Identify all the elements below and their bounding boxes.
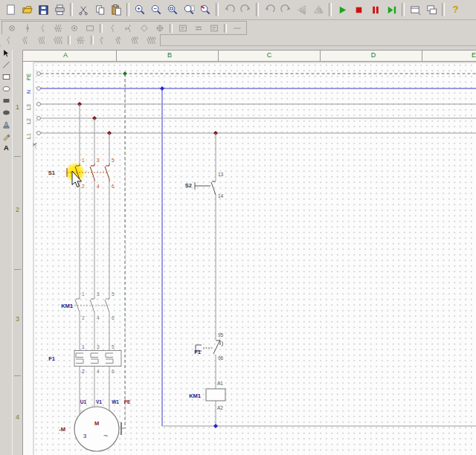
step-test-icon[interactable] [383,1,399,18]
toolbar-separator [126,3,129,16]
bus-label-pe: PE [26,73,31,80]
zoom-in-icon[interactable] [132,1,148,18]
f1-nc-label: F1 [194,349,201,355]
contact-3pole-linked-icon[interactable] [73,35,89,46]
breaker-4pole-icon[interactable] [143,35,158,46]
rectangle-tool-icon[interactable] [1,71,12,83]
bus-l3[interactable]: L3 [26,102,476,110]
filled-rectangle-tool-icon[interactable] [1,94,12,106]
motor-m[interactable]: M 3 ~ -M U1 V1 W1 PE [59,399,131,451]
row-label-3: 3 [13,315,22,323]
symbol-reference-icon[interactable] [152,22,167,33]
zoom-out-icon[interactable] [148,1,164,18]
s1-pin1: 1 [82,158,85,163]
symbol-terminal-numbers-icon[interactable] [175,22,190,33]
pushbutton-s2[interactable]: S2 13 14 [185,172,224,199]
symbol-actuator-icon[interactable] [120,22,136,33]
bus-label-n: N [26,90,31,94]
text-tool-icon[interactable]: A [1,142,12,154]
bus-label-x: -X [32,143,37,148]
contact-1pole-icon[interactable] [3,35,19,46]
km1-coil-label: KM1 [189,393,201,399]
copy-icon[interactable] [91,1,108,18]
motor-wave: ~ [103,431,108,440]
rotate-left-icon[interactable] [261,1,277,18]
stop-test-icon[interactable] [350,1,367,18]
zoom-page-icon[interactable] [181,1,197,18]
f1-pin6: 6 [112,369,115,374]
zoom-previous-icon[interactable] [197,1,213,18]
toolbar-separator [91,36,94,45]
run-test-icon[interactable] [334,1,350,18]
row-label-1: 1 [13,103,22,111]
f1-pin5: 5 [112,344,115,349]
column-label-b: B [167,51,172,59]
symbol-3pole-switch-icon[interactable] [51,22,66,33]
s2-label: S2 [185,182,192,189]
bus-l2[interactable]: L2 [26,116,476,124]
symbol-page-ref-icon[interactable] [206,22,222,33]
s1-pin2: 2 [82,184,85,189]
overload-f1[interactable]: F1 1 3 5 2 4 6 [48,344,121,374]
km1-pin3: 3 [97,291,100,297]
symbol-box-icon[interactable] [82,22,97,33]
symbol-terminal-icon[interactable] [19,22,35,33]
mirror-horizontal-icon[interactable] [310,1,327,18]
ellipse-tool-icon[interactable] [1,83,12,94]
km1-pin6: 6 [112,315,115,320]
terminal-w1: W1 [112,399,119,404]
line-tool-icon[interactable] [1,59,12,71]
contactor-km1-contacts[interactable]: KM1 1 3 5 2 4 6 [61,291,115,320]
cut-icon[interactable] [75,1,91,18]
paste-icon[interactable] [108,1,124,18]
zoom-window-icon[interactable] [164,1,181,18]
junction-bottom [213,424,218,428]
motor-phase: 3 [83,433,87,439]
motor-label: -M [59,426,65,433]
bus-l1[interactable]: L1 -X [26,131,476,148]
symbol-diamond-icon[interactable] [136,22,152,33]
breaker-2pole-icon[interactable] [112,35,127,46]
breaker-3pole-icon[interactable] [127,35,143,46]
symbol-contact-icon[interactable] [35,22,51,33]
toolbar-separator [70,3,73,16]
schematic-editor-window: ? A A B C D E 1 2 3 4 [0,0,476,455]
column-label-d: D [371,51,376,59]
new-window-icon[interactable] [407,1,423,18]
km1-pin5: 5 [112,291,115,297]
help-icon[interactable]: ? [447,1,463,18]
undo-icon[interactable] [221,1,237,18]
symbol-line-icon[interactable] [229,22,245,33]
open-file-icon[interactable] [19,1,35,18]
new-file-icon[interactable] [2,1,19,18]
pen-tool-icon[interactable] [1,130,12,142]
rotate-right-icon[interactable] [277,1,294,18]
overload-contact-f1[interactable]: F1 95 96 [194,332,223,361]
select-tool-icon[interactable] [1,47,12,59]
coil-km1[interactable]: KM1 A1 A2 [189,381,225,410]
stamp-tool-icon[interactable] [1,118,12,130]
filled-ellipse-tool-icon[interactable] [1,106,12,118]
s1-label: S1 [48,170,55,176]
symbol-ring-icon[interactable] [66,22,82,33]
symbol-lamp-icon[interactable] [4,22,19,33]
toolbar-separator [224,24,227,33]
contact-3pole-icon[interactable] [34,35,50,46]
contact-4pole-icon[interactable] [50,35,65,46]
s1-pin4: 4 [97,184,100,189]
f1-overload-label: F1 [48,355,55,362]
terminal-pe: PE [124,399,131,404]
pause-test-icon[interactable] [367,1,383,18]
redo-icon[interactable] [237,1,254,18]
contact-2pole-icon[interactable] [19,35,34,46]
mirror-vertical-icon[interactable] [294,1,310,18]
main-toolbar: ? [0,0,476,20]
symbol-make-contact-icon[interactable] [105,22,120,33]
bus-n[interactable]: N [26,86,476,426]
print-icon[interactable] [51,1,68,18]
save-icon[interactable] [35,1,51,18]
symbol-cable-icon[interactable] [190,22,206,33]
breaker-1pole-icon[interactable] [96,35,112,46]
bus-pe[interactable]: PE [26,71,476,435]
overview-window-icon[interactable] [423,1,440,18]
